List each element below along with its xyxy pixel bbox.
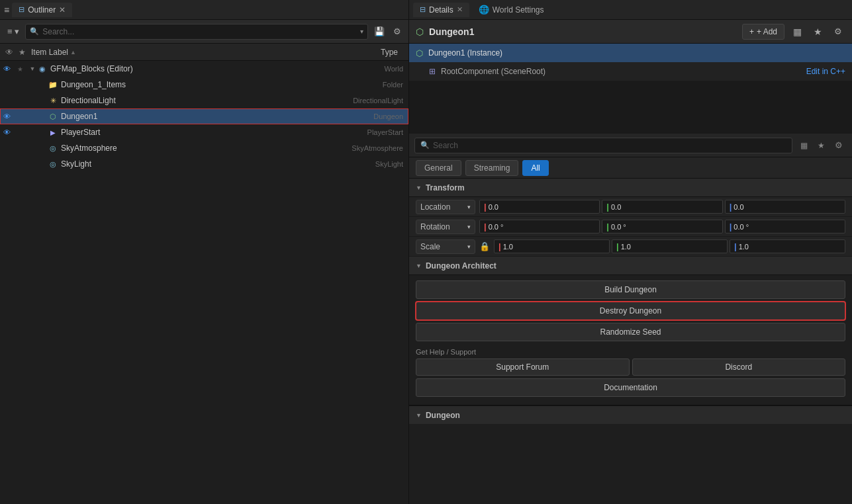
type-gfmap: World <box>377 65 403 73</box>
rotation-z-value: 0.0 ° <box>734 223 749 231</box>
dungeon-architect-section-header[interactable]: ▼ Dungeon Architect <box>409 257 852 275</box>
item-label-column[interactable]: Item Label ▲ <box>31 48 375 57</box>
details-close-icon[interactable]: ✕ <box>457 5 463 14</box>
tree-row-dungeon1items[interactable]: 📁 Dungeon_1_Items Folder <box>0 77 408 93</box>
scale-z-input[interactable]: | 1.0 <box>730 239 845 253</box>
dungeon-section-footer[interactable]: ▼ Dungeon <box>409 405 852 424</box>
scale-y-input[interactable]: | 1.0 <box>612 239 728 253</box>
favorite-column-icon: ★ <box>19 48 26 57</box>
tab-streaming[interactable]: Streaming <box>465 160 519 176</box>
bookmark-filter-button[interactable]: ★ <box>814 138 829 152</box>
location-x-value: 0.0 <box>489 203 498 211</box>
scale-lock-icon[interactable]: 🔒 <box>479 241 490 251</box>
rotation-z-input[interactable]: | 0.0 ° <box>725 220 845 233</box>
outliner-save-button[interactable]: 💾 <box>371 24 388 38</box>
outliner-menu-button[interactable]: ≡ ▾ <box>4 24 23 38</box>
location-x-input[interactable]: | 0.0 <box>479 200 600 214</box>
filter-tabs: General Streaming All <box>409 157 852 179</box>
tab-all[interactable]: All <box>522 160 548 176</box>
support-forum-button[interactable]: Support Forum <box>416 358 630 376</box>
outliner-tab-label: Outliner <box>28 5 56 15</box>
details-settings-button[interactable]: ⚙ <box>831 24 845 38</box>
scale-label: Scale <box>420 242 440 251</box>
location-dropdown-arrow: ▾ <box>467 204 471 210</box>
transform-section-header[interactable]: ▼ Transform <box>409 179 852 197</box>
details-search-container: 🔍 <box>414 138 792 153</box>
scale-z-indicator: | <box>734 241 737 251</box>
eye-icon-gfmap[interactable]: 👁 <box>0 65 13 73</box>
instance-label: Dungeon1 (Instance) <box>428 48 502 58</box>
rotation-y-value: 0.0 ° <box>611 223 626 231</box>
details-tab-icon: ⊟ <box>420 5 426 14</box>
add-component-button[interactable]: + + Add <box>742 24 784 40</box>
details-tab[interactable]: ⊟ Details ✕ <box>413 3 469 17</box>
rotation-y-indicator: | <box>606 222 609 231</box>
details-search-input[interactable] <box>433 141 786 150</box>
scale-dropdown-button[interactable]: Scale ▾ <box>416 239 475 254</box>
rotation-dropdown-button[interactable]: Rotation ▾ <box>416 220 475 234</box>
search-dropdown-icon[interactable]: ▾ <box>360 28 363 35</box>
expand-gfmap[interactable]: ▼ <box>28 65 37 72</box>
world-settings-globe-icon: 🌐 <box>479 5 489 15</box>
grid-view-button[interactable]: ▦ <box>796 138 812 152</box>
details-filter-buttons: ▦ ★ ⚙ <box>796 138 847 152</box>
randomize-seed-button[interactable]: Randomize Seed <box>416 323 845 341</box>
scale-x-input[interactable]: | 1.0 <box>494 239 610 253</box>
tree-row-playerstart[interactable]: 👁 ▶ PlayerStart PlayerStart <box>0 124 408 140</box>
rotation-dropdown-arrow: ▾ <box>467 224 471 230</box>
tree-row-skylight[interactable]: ◎ SkyLight SkyLight <box>0 156 408 172</box>
label-dungeon1items: Dungeon_1_Items <box>61 80 376 89</box>
player-icon-playerstart: ▶ <box>48 127 58 138</box>
tree-row-skyatmosphere[interactable]: ◎ SkyAtmosphere SkyAtmosphere <box>0 140 408 156</box>
help-buttons-row: Support Forum Discord <box>416 358 845 376</box>
build-dungeon-button[interactable]: Build Dungeon <box>416 280 845 299</box>
discord-button[interactable]: Discord <box>632 358 846 376</box>
location-y-input[interactable]: | 0.0 <box>602 200 722 214</box>
scene-root-icon: ⊞ <box>429 67 436 76</box>
world-settings-tab[interactable]: 🌐 World Settings <box>472 2 551 17</box>
layout-icon-button[interactable]: ▦ <box>790 24 805 39</box>
tree-row-gfmap[interactable]: 👁 ★ ▼ ◉ GFMap_Blocks (Editor) World <box>0 61 408 77</box>
location-inputs: | 0.0 | 0.0 | 0.0 <box>479 200 845 214</box>
outliner-tree: 👁 ★ ▼ ◉ GFMap_Blocks (Editor) World 📁 Du… <box>0 61 408 504</box>
rotation-y-input[interactable]: | 0.0 ° <box>602 220 722 233</box>
scale-y-indicator: | <box>616 241 619 251</box>
location-label: Location <box>420 202 450 212</box>
scale-z-value: 1.0 <box>739 243 749 251</box>
eye-icon-playerstart[interactable]: 👁 <box>0 128 13 136</box>
transform-row-location: Location ▾ | 0.0 | 0.0 | 0.0 <box>409 197 852 217</box>
outliner-search-input[interactable] <box>42 27 357 36</box>
type-skyatmosphere: SkyAtmosphere <box>345 144 403 152</box>
tree-row-directionallight[interactable]: ✳ DirectionalLight DirectionalLight <box>0 93 408 108</box>
outliner-tab[interactable]: ⊟ Outliner ✕ <box>12 3 72 17</box>
details-search-icon: 🔍 <box>420 141 430 149</box>
rotation-x-input[interactable]: | 0.0 ° <box>479 220 600 233</box>
outliner-close-icon[interactable]: ✕ <box>59 5 66 15</box>
edit-cpp-button[interactable]: Edit in C++ <box>806 67 845 76</box>
bookmark-icon-button[interactable]: ★ <box>810 24 826 39</box>
location-z-input[interactable]: | 0.0 <box>725 200 845 214</box>
tab-general[interactable]: General <box>416 160 461 176</box>
location-dropdown-button[interactable]: Location ▾ <box>416 200 475 214</box>
transform-row-rotation: Rotation ▾ | 0.0 ° | 0.0 ° | 0.0 ° <box>409 217 852 237</box>
outliner-settings-button[interactable]: ⚙ <box>390 24 404 38</box>
actor-icon-dungeon1: ⬡ <box>48 111 58 122</box>
scale-x-indicator: | <box>498 241 501 251</box>
sort-arrow-icon: ▲ <box>70 49 76 56</box>
details-filter-settings[interactable]: ⚙ <box>831 138 847 152</box>
rotation-x-value: 0.0 ° <box>489 223 504 231</box>
details-tab-bar: ⊟ Details ✕ 🌐 World Settings <box>409 0 852 20</box>
item-label-text: Item Label <box>31 48 68 57</box>
label-gfmap: GFMap_Blocks (Editor) <box>50 64 377 73</box>
eye-icon-dungeon1[interactable]: 👁 <box>0 112 13 120</box>
details-title-bar: ⬡ Dungeon1 + + Add ▦ ★ ⚙ <box>409 20 852 44</box>
star-icon-gfmap[interactable]: ★ <box>13 65 26 73</box>
add-icon: + <box>749 27 754 36</box>
tree-row-dungeon1[interactable]: 👁 ⬡ Dungeon1 Dungeon <box>0 108 408 124</box>
destroy-dungeon-button[interactable]: Destroy Dungeon <box>416 302 845 320</box>
dungeon-section-label: Dungeon <box>426 411 460 420</box>
rotation-inputs: | 0.0 ° | 0.0 ° | 0.0 ° <box>479 220 845 233</box>
type-playerstart: PlayerStart <box>361 128 403 136</box>
visibility-column-icon: 👁 <box>5 48 13 57</box>
documentation-button[interactable]: Documentation <box>416 378 845 397</box>
